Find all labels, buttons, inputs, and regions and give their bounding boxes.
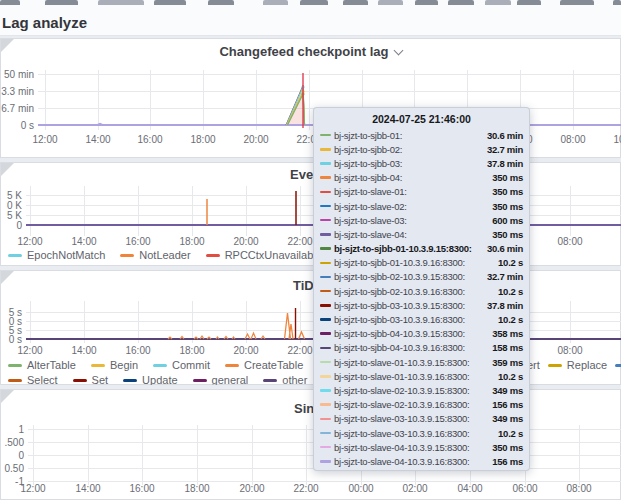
tooltip-series-row: bj-sjzt-to-slave-02-10.3.9.15:8300: 349 … [314,383,529,397]
cutoff-panel-block [560,0,594,5]
tooltip-series-row: bj-sjzt-to-sjbb-01: 30.6 min [314,128,529,142]
series-color-dash [320,347,331,350]
legend-item[interactable]: RPCCtxUnavailable [206,249,322,261]
series-color-dash [548,364,562,367]
tooltip-series-label: bj-sjzt-to-sjbb-02: [334,144,402,155]
tooltip-series-label: bj-sjzt-to-sjbb-03-10.3.9.16:8300: [334,314,465,325]
x-axis-label: 00:00 [348,483,373,494]
cutoff-panel-block [517,0,541,5]
tooltip-series-row: bj-sjzt-to-slave-03-10.3.9.16:8300: 10.2… [314,426,529,440]
y-axis-label: 1 [0,424,24,435]
series-color-dash [206,254,220,257]
tooltip-series-label: bj-sjzt-to-sjbb-03-10.3.9.15:8300: [334,300,465,311]
series-color-dash [320,304,331,307]
series-color-dash [320,148,331,151]
tooltip-series-row: bj-sjzt-to-slave-01-10.3.9.15:8300: 359 … [314,355,529,369]
tooltip-series-row: bj-sjzt-to-slave-02-10.3.9.16:8300: 156 … [314,398,529,412]
row-title[interactable]: Lag analyze [2,14,87,31]
tooltip-series-value: 30.6 min [483,243,523,254]
x-axis-label: 12:00 [17,345,42,356]
cutoff-panel-block [485,0,511,5]
tooltip-series-value: 350 ms [488,442,523,453]
legend-label: Commit [172,359,210,371]
tooltip-series-row: bj-sjzt-to-slave-04-10.3.9.15:8300: 350 … [314,440,529,454]
series-color-dash [320,389,331,392]
panel-title-events-fragment[interactable]: Eve [290,167,313,182]
series-color-dash [320,219,331,222]
tooltip-series-label: bj-sjzt-to-sjbb-01-10.3.9.16:8300: [334,257,465,268]
cutoff-panel-block [415,0,438,5]
tooltip-series-value: 158 ms [488,342,523,353]
tooltip-series-label: bj-sjzt-to-sjbb-02-10.3.9.15:8300: [334,271,465,282]
legend-item[interactable]: AlterTable [8,359,76,371]
legend-item[interactable]: Commit [153,359,210,371]
tooltip-series-row: bj-sjzt-to-slave-02: 350 ms [314,199,529,213]
x-axis-label: 06:00 [512,483,537,494]
series-color-dash [320,191,331,194]
tooltip-series-row: bj-sjzt-to-slave-03-10.3.9.15:8300: 349 … [314,412,529,426]
legend-item[interactable]: Begin [91,359,138,371]
series-color-dash [8,364,22,367]
tooltip-series-value: 10.2 s [494,286,523,297]
x-axis-label: 20:00 [243,134,268,145]
tooltip-series-row: bj-sjzt-to-sjbb-03: 37.8 min [314,156,529,170]
legend-item[interactable]: NotLeader [120,249,190,261]
tooltip-timestamp: 2024-07-25 21:46:00 [314,108,529,128]
panel-title-tidb-fragment[interactable]: TiD [293,278,314,293]
tooltip-series-value: 32.7 min [483,144,523,155]
series-color-dash [320,375,331,378]
series-color-dash [320,176,331,179]
y-axis-label: 50 min [0,69,34,80]
x-axis-panel4: 12:0014:0016:0018:0020:0022:0000:0002:00… [0,483,621,495]
tooltip-series-row: bj-sjzt-to-sjbb-03-10.3.9.15:8300: 37.8 … [314,298,529,312]
tooltip-series-value: 349 ms [488,385,523,396]
tooltip-series-label: bj-sjzt-to-slave-01-10.3.9.15:8300: [334,357,469,368]
x-axis-label: 12:00 [32,134,57,145]
tooltip-series-row: bj-sjzt-to-sjbb-04-10.3.9.16:8300: 158 m… [314,341,529,355]
x-axis-label: 12:00 [17,236,42,247]
panel-title-sink-fragment[interactable]: Sin [294,401,314,416]
tooltip-series-label: bj-sjzt-to-sjbb-04-10.3.9.16:8300: [334,342,465,353]
cutoff-panel-block [613,0,621,5]
tooltip-series-value: 350 ms [488,229,523,240]
x-axis-label: 18:00 [184,483,209,494]
tooltip-series-label: bj-sjzt-to-slave-04-10.3.9.16:8300: [334,456,469,467]
x-axis-label: 22:00 [287,345,312,356]
tooltip-series-label: bj-sjzt-to-sjbb-04: [334,172,402,183]
legend-item[interactable]: EpochNotMatch [8,249,105,261]
series-color-dash [225,364,239,367]
cutoff-panel-block [300,0,328,5]
x-axis-label: 14:00 [71,236,96,247]
series-color-dash [320,403,331,406]
panel-corner-icon [1,390,14,403]
x-axis-label: 18:00 [179,236,204,247]
legend-item[interactable]: Replace [548,359,607,371]
series-color-dash [320,276,331,279]
tooltip-series-row: bj-sjzt-to-slave-03: 600 ms [314,213,529,227]
panel-title-checkpoint-lag[interactable]: Changefeed checkpoint lag [0,44,621,59]
legend-label: NotLeader [139,249,190,261]
y-axis-label: 3.3 min [0,86,34,97]
tooltip-series-value: 358 ms [488,328,523,339]
x-axis-label: 20:00 [239,483,264,494]
y-axis-label: 0 s [0,334,22,345]
tooltip-series-label: bj-sjzt-to-sjbb-01-10.3.9.15:8300: [334,243,472,254]
tooltip-series-row: bj-sjzt-to-sjbb-02-10.3.9.15:8300: 32.7 … [314,270,529,284]
tooltip-series-value: 37.8 min [483,300,523,311]
legend-item[interactable]: CreateTable [225,359,303,371]
tooltip-series-row: bj-sjzt-to-sjbb-02: 32.7 min [314,142,529,156]
x-axis-label: 14:00 [75,483,100,494]
y-axis-label: 0.50 [0,463,24,474]
series-color-dash [193,379,207,382]
series-color-dash [8,379,22,382]
cutoff-panel-block [263,0,288,5]
tooltip-series-row: bj-sjzt-to-sjbb-04-10.3.9.15:8300: 358 m… [314,327,529,341]
cutoff-panel-block [0,0,20,5]
tooltip-series-value: 156 ms [488,399,523,410]
tooltip-series-label: bj-sjzt-to-slave-02-10.3.9.16:8300: [334,399,469,410]
y-axis-label: 6.7 min [0,103,34,114]
cutoff-panel-block [343,0,368,5]
series-color-dash [8,254,22,257]
tooltip-series-label: bj-sjzt-to-sjbb-01: [334,130,402,141]
tooltip-series-label: bj-sjzt-to-sjbb-02-10.3.9.16:8300: [334,286,465,297]
